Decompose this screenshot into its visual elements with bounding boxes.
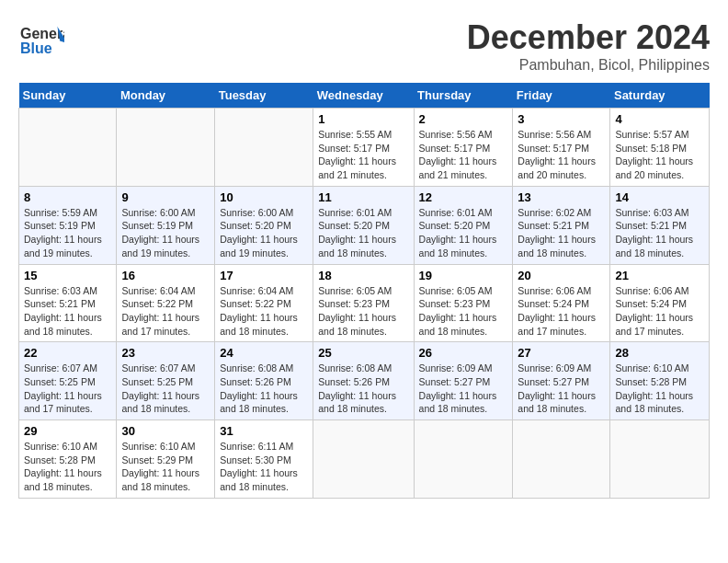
day-info: Sunrise: 6:00 AMSunset: 5:19 PMDaylight:… (121, 207, 199, 259)
day-number: 4 (615, 112, 704, 126)
day-info: Sunrise: 6:10 AMSunset: 5:29 PMDaylight:… (121, 441, 199, 492)
calendar-cell: 2 Sunrise: 5:56 AMSunset: 5:17 PMDayligh… (414, 109, 513, 187)
calendar-cell: 23 Sunrise: 6:07 AMSunset: 5:25 PMDaylig… (117, 342, 215, 420)
calendar-cell: 18 Sunrise: 6:05 AMSunset: 5:23 PMDaylig… (313, 264, 414, 342)
day-number: 11 (318, 190, 408, 204)
calendar-cell: 25 Sunrise: 6:08 AMSunset: 5:26 PMDaylig… (313, 342, 414, 420)
day-info: Sunrise: 6:09 AMSunset: 5:27 PMDaylight:… (518, 362, 596, 414)
day-header-sunday: Sunday (19, 83, 117, 109)
calendar-cell: 19 Sunrise: 6:05 AMSunset: 5:23 PMDaylig… (414, 264, 513, 342)
day-number: 21 (615, 269, 704, 282)
day-info: Sunrise: 6:08 AMSunset: 5:26 PMDaylight:… (220, 362, 298, 414)
day-number: 20 (518, 269, 605, 282)
calendar-cell: 21 Sunrise: 6:06 AMSunset: 5:24 PMDaylig… (610, 264, 710, 342)
calendar-cell: 12 Sunrise: 6:01 AMSunset: 5:20 PMDaylig… (414, 186, 513, 264)
day-info: Sunrise: 6:05 AMSunset: 5:23 PMDaylight:… (419, 285, 497, 337)
calendar-header-row: SundayMondayTuesdayWednesdayThursdayFrid… (19, 83, 710, 109)
calendar-cell: 13 Sunrise: 6:02 AMSunset: 5:21 PMDaylig… (513, 186, 610, 264)
day-number: 28 (615, 346, 704, 360)
day-info: Sunrise: 6:03 AMSunset: 5:21 PMDaylight:… (615, 207, 693, 259)
location: Pambuhan, Bicol, Philippines (467, 57, 710, 74)
svg-text:Blue: Blue (20, 40, 52, 56)
day-number: 23 (121, 346, 210, 360)
day-info: Sunrise: 5:57 AMSunset: 5:18 PMDaylight:… (615, 129, 693, 180)
day-number: 26 (419, 346, 508, 360)
day-number: 1 (318, 112, 408, 126)
day-number: 19 (419, 269, 508, 282)
day-number: 15 (24, 269, 111, 282)
day-number: 17 (220, 269, 308, 282)
day-info: Sunrise: 6:07 AMSunset: 5:25 PMDaylight:… (24, 362, 102, 414)
day-info: Sunrise: 6:11 AMSunset: 5:30 PMDaylight:… (220, 441, 298, 492)
day-number: 24 (220, 346, 308, 360)
day-number: 30 (121, 424, 210, 438)
calendar-cell: 8 Sunrise: 5:59 AMSunset: 5:19 PMDayligh… (19, 186, 117, 264)
calendar-week-row: 22 Sunrise: 6:07 AMSunset: 5:25 PMDaylig… (19, 342, 710, 420)
day-info: Sunrise: 5:56 AMSunset: 5:17 PMDaylight:… (419, 129, 497, 180)
calendar-cell: 29 Sunrise: 6:10 AMSunset: 5:28 PMDaylig… (19, 420, 117, 499)
day-header-monday: Monday (117, 83, 215, 109)
calendar-cell: 4 Sunrise: 5:57 AMSunset: 5:18 PMDayligh… (610, 109, 710, 187)
calendar-cell: 30 Sunrise: 6:10 AMSunset: 5:29 PMDaylig… (117, 420, 215, 499)
day-info: Sunrise: 6:05 AMSunset: 5:23 PMDaylight:… (318, 285, 396, 337)
calendar-cell: 28 Sunrise: 6:10 AMSunset: 5:28 PMDaylig… (610, 342, 710, 420)
day-number: 3 (518, 112, 605, 126)
calendar-cell: 22 Sunrise: 6:07 AMSunset: 5:25 PMDaylig… (19, 342, 117, 420)
day-info: Sunrise: 6:01 AMSunset: 5:20 PMDaylight:… (419, 207, 497, 259)
day-number: 2 (419, 112, 508, 126)
calendar-cell: 3 Sunrise: 5:56 AMSunset: 5:17 PMDayligh… (513, 109, 610, 187)
calendar-week-row: 1 Sunrise: 5:55 AMSunset: 5:17 PMDayligh… (19, 109, 710, 187)
day-info: Sunrise: 6:00 AMSunset: 5:20 PMDaylight:… (220, 207, 298, 259)
day-info: Sunrise: 6:01 AMSunset: 5:20 PMDaylight:… (318, 207, 396, 259)
day-number: 14 (615, 190, 704, 204)
calendar-cell: 11 Sunrise: 6:01 AMSunset: 5:20 PMDaylig… (313, 186, 414, 264)
day-header-wednesday: Wednesday (313, 83, 414, 109)
day-info: Sunrise: 6:04 AMSunset: 5:22 PMDaylight:… (220, 285, 298, 337)
day-header-friday: Friday (513, 83, 610, 109)
day-number: 29 (24, 424, 111, 438)
page-header: General Blue December 2024 Pambuhan, Bic… (18, 18, 710, 74)
day-info: Sunrise: 6:06 AMSunset: 5:24 PMDaylight:… (615, 285, 693, 337)
calendar-cell: 27 Sunrise: 6:09 AMSunset: 5:27 PMDaylig… (513, 342, 610, 420)
calendar-cell: 15 Sunrise: 6:03 AMSunset: 5:21 PMDaylig… (19, 264, 117, 342)
day-info: Sunrise: 6:02 AMSunset: 5:21 PMDaylight:… (518, 207, 596, 259)
day-info: Sunrise: 6:10 AMSunset: 5:28 PMDaylight:… (615, 362, 693, 414)
day-number: 13 (518, 190, 605, 204)
day-number: 18 (318, 269, 408, 282)
day-header-thursday: Thursday (414, 83, 513, 109)
day-number: 27 (518, 346, 605, 360)
day-info: Sunrise: 6:10 AMSunset: 5:28 PMDaylight:… (24, 441, 102, 492)
day-number: 22 (24, 346, 111, 360)
calendar-cell (117, 109, 215, 187)
calendar-cell: 1 Sunrise: 5:55 AMSunset: 5:17 PMDayligh… (313, 109, 414, 187)
calendar-cell (19, 109, 117, 187)
calendar-cell: 9 Sunrise: 6:00 AMSunset: 5:19 PMDayligh… (117, 186, 215, 264)
day-number: 12 (419, 190, 508, 204)
day-info: Sunrise: 6:04 AMSunset: 5:22 PMDaylight:… (121, 285, 199, 337)
calendar-week-row: 15 Sunrise: 6:03 AMSunset: 5:21 PMDaylig… (19, 264, 710, 342)
calendar-cell: 17 Sunrise: 6:04 AMSunset: 5:22 PMDaylig… (215, 264, 313, 342)
calendar-cell: 31 Sunrise: 6:11 AMSunset: 5:30 PMDaylig… (215, 420, 313, 499)
calendar-week-row: 8 Sunrise: 5:59 AMSunset: 5:19 PMDayligh… (19, 186, 710, 264)
day-number: 25 (318, 346, 408, 360)
title-section: December 2024 Pambuhan, Bicol, Philippin… (467, 18, 710, 74)
logo: General Blue (18, 18, 67, 68)
day-info: Sunrise: 6:03 AMSunset: 5:21 PMDaylight:… (24, 285, 102, 337)
calendar-table: SundayMondayTuesdayWednesdayThursdayFrid… (18, 83, 710, 499)
calendar-cell: 16 Sunrise: 6:04 AMSunset: 5:22 PMDaylig… (117, 264, 215, 342)
day-info: Sunrise: 5:55 AMSunset: 5:17 PMDaylight:… (318, 129, 396, 180)
day-header-tuesday: Tuesday (215, 83, 313, 109)
calendar-week-row: 29 Sunrise: 6:10 AMSunset: 5:28 PMDaylig… (19, 420, 710, 499)
calendar-cell: 24 Sunrise: 6:08 AMSunset: 5:26 PMDaylig… (215, 342, 313, 420)
month-title: December 2024 (467, 18, 710, 57)
day-info: Sunrise: 6:09 AMSunset: 5:27 PMDaylight:… (419, 362, 497, 414)
day-info: Sunrise: 6:08 AMSunset: 5:26 PMDaylight:… (318, 362, 396, 414)
calendar-cell (215, 109, 313, 187)
logo-icon: General Blue (18, 18, 64, 68)
calendar-cell (610, 420, 710, 499)
day-number: 10 (220, 190, 308, 204)
day-info: Sunrise: 6:06 AMSunset: 5:24 PMDaylight:… (518, 285, 596, 337)
calendar-cell: 20 Sunrise: 6:06 AMSunset: 5:24 PMDaylig… (513, 264, 610, 342)
calendar-body: 1 Sunrise: 5:55 AMSunset: 5:17 PMDayligh… (19, 109, 710, 499)
day-info: Sunrise: 5:59 AMSunset: 5:19 PMDaylight:… (24, 207, 102, 259)
